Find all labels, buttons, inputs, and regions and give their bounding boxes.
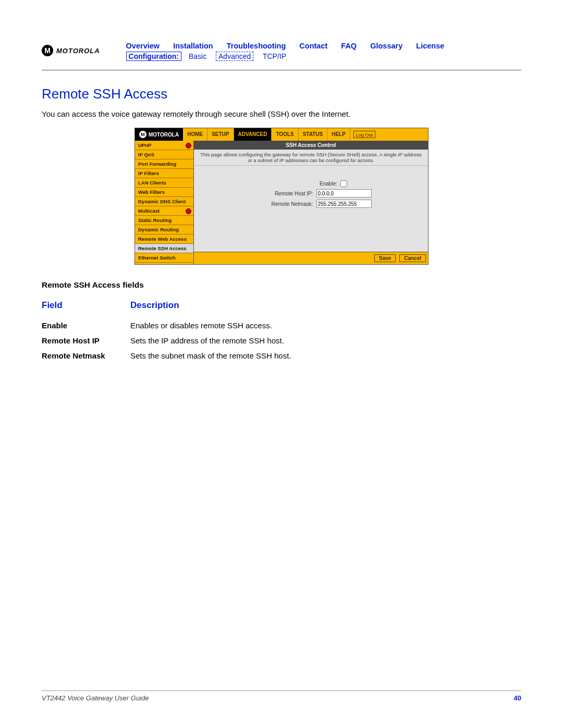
field-desc: Sets the IP address of the remote SSH ho…: [130, 333, 521, 348]
router-tab-status[interactable]: STATUS: [299, 128, 328, 141]
fields-table: Field Description Enable Enables or disa…: [42, 300, 521, 363]
router-topbar: M MOTOROLA HOME SETUP ADVANCED TOOLS STA…: [135, 128, 428, 141]
nav-troubleshooting[interactable]: Troubleshooting: [227, 42, 286, 50]
side-remotessh[interactable]: Remote SSH Access: [135, 244, 193, 253]
page-number: 40: [514, 694, 521, 702]
page-header: M MOTOROLA Overview Installation Trouble…: [42, 42, 521, 60]
nav-faq[interactable]: FAQ: [341, 42, 357, 50]
table-row: Remote Host IP Sets the IP address of th…: [42, 333, 521, 348]
router-form: Enable: Remote Host IP: Remote Netmask:: [194, 166, 428, 252]
page-footer: VT2442 Voice Gateway User Guide 40: [42, 690, 521, 702]
router-logout-button[interactable]: Log Out: [353, 131, 375, 138]
side-portfwd[interactable]: Port Forwarding: [135, 159, 193, 169]
netmask-input[interactable]: [316, 200, 372, 208]
side-ethswitch[interactable]: Ethernet Switch: [135, 253, 193, 263]
motorola-m-icon: M: [42, 45, 53, 56]
nav-sub-basic[interactable]: Basic: [189, 52, 206, 60]
router-tab-advanced[interactable]: ADVANCED: [234, 128, 272, 141]
side-multicast[interactable]: Multicast: [135, 206, 193, 216]
footer-guide-title: VT2442 Voice Gateway User Guide: [42, 694, 149, 702]
nav-configuration-label: Configuration:: [126, 52, 181, 61]
side-dynroute[interactable]: Dynamic Routing: [135, 225, 193, 235]
section-title: Remote SSH Access: [42, 86, 521, 102]
router-logo-text: MOTOROLA: [149, 132, 179, 138]
router-panel-title: SSH Access Control: [194, 141, 428, 150]
side-lanclients[interactable]: LAN Clients: [135, 178, 193, 188]
th-field: Field: [42, 300, 130, 318]
router-sidebar: UPnP IP QoS Port Forwarding IP Filters L…: [135, 141, 194, 264]
nav-sub-row: Configuration: Basic Advanced TCP/IP: [126, 52, 456, 60]
side-webfilters[interactable]: Web Filters: [135, 188, 193, 197]
save-button[interactable]: Save: [374, 254, 396, 262]
router-tab-setup[interactable]: SETUP: [207, 128, 234, 141]
host-ip-input[interactable]: [316, 189, 372, 198]
router-logo: M MOTOROLA: [135, 128, 183, 141]
router-tab-tools[interactable]: TOOLS: [272, 128, 298, 141]
nav-license[interactable]: License: [416, 42, 444, 50]
brand-text: MOTOROLA: [56, 47, 100, 55]
fields-heading: Remote SSH Access fields: [42, 280, 521, 290]
side-ipfilters[interactable]: IP Filters: [135, 169, 193, 178]
nav-contact[interactable]: Contact: [299, 42, 327, 50]
router-panel-desc: This page allows configuring the gateway…: [194, 150, 428, 166]
status-dot-icon: [186, 143, 191, 149]
field-desc: Enables or disables remote SSH access.: [130, 318, 521, 333]
nav-glossary[interactable]: Glossary: [370, 42, 402, 50]
side-ddns[interactable]: Dynamic DNS Client: [135, 197, 193, 206]
router-tab-home[interactable]: HOME: [183, 128, 207, 141]
nav-sub-advanced[interactable]: Advanced: [216, 52, 253, 61]
netmask-label: Remote Netmask:: [251, 201, 313, 207]
nav-installation[interactable]: Installation: [173, 42, 213, 50]
table-row: Remote Netmask Sets the subnet mask of t…: [42, 348, 521, 363]
host-ip-label: Remote Host IP:: [251, 191, 313, 196]
field-name: Remote Host IP: [42, 333, 130, 348]
router-tab-help[interactable]: HELP: [327, 128, 350, 141]
doc-nav: Overview Installation Troubleshooting Co…: [126, 42, 456, 60]
field-name: Remote Netmask: [42, 348, 130, 363]
cancel-button[interactable]: Cancel: [399, 254, 426, 262]
nav-sub-tcpip[interactable]: TCP/IP: [263, 52, 286, 60]
field-desc: Sets the subnet mask of the remote SSH h…: [130, 348, 521, 363]
table-row: Enable Enables or disables remote SSH ac…: [42, 318, 521, 333]
enable-checkbox[interactable]: [340, 180, 347, 187]
router-main: SSH Access Control This page allows conf…: [194, 141, 428, 264]
field-name: Enable: [42, 318, 130, 333]
side-upnp[interactable]: UPnP: [135, 141, 193, 150]
header-divider: [42, 70, 521, 70]
side-remoteweb[interactable]: Remote Web Access: [135, 235, 193, 244]
enable-label: Enable:: [275, 181, 337, 187]
nav-overview[interactable]: Overview: [126, 42, 160, 50]
th-desc: Description: [130, 300, 521, 318]
status-dot-icon: [186, 208, 191, 214]
motorola-m-icon: M: [139, 131, 146, 138]
intro-text: You can access the voice gateway remotel…: [42, 109, 521, 118]
side-ipqos[interactable]: IP QoS: [135, 150, 193, 159]
side-staticroute[interactable]: Static Routing: [135, 216, 193, 225]
brand-logo: M MOTOROLA: [42, 45, 100, 56]
router-ui-screenshot: M MOTOROLA HOME SETUP ADVANCED TOOLS STA…: [134, 128, 429, 265]
router-footer: Save Cancel: [194, 252, 428, 264]
nav-top-row: Overview Installation Troubleshooting Co…: [126, 42, 456, 50]
